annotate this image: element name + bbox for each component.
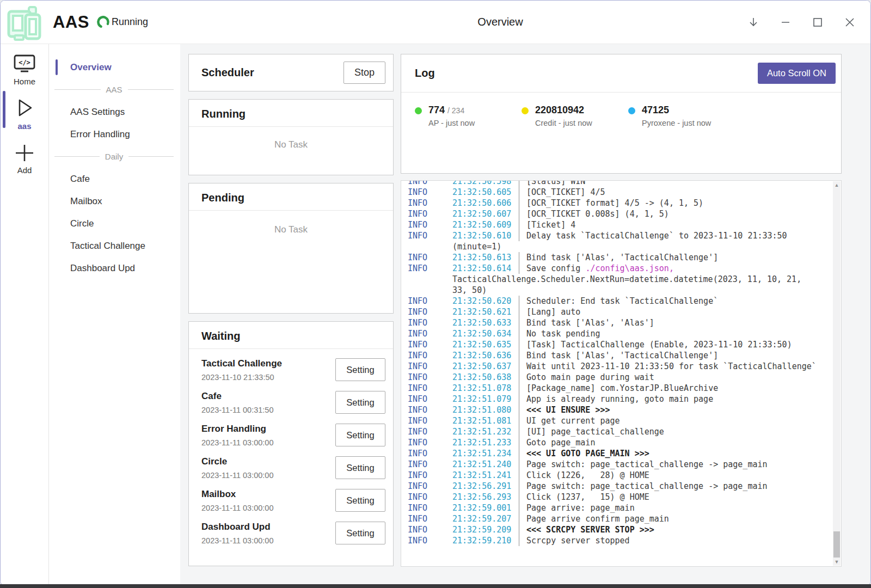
log-message: <<< SCRCPY SERVER STOP >>>: [519, 524, 832, 535]
scroll-down-icon[interactable]: ▼: [833, 558, 841, 566]
log-timestamp: 21:32:51.079: [452, 394, 519, 405]
nav-item-circle[interactable]: Circle: [49, 212, 180, 235]
nav-item-mailbox[interactable]: Mailbox: [49, 190, 180, 212]
nav-item-cafe[interactable]: Cafe: [49, 168, 180, 190]
log-message: Bind task ['Alas', 'TacticalChallenge']: [519, 350, 832, 361]
setting-button-tactical-challenge[interactable]: Setting: [335, 358, 385, 381]
running-title: Running: [201, 108, 246, 120]
log-message: Bind task ['Alas', 'Alas']: [519, 317, 832, 328]
stat-value: 220810942: [535, 105, 592, 116]
nav-item-label: Mailbox: [70, 196, 102, 207]
log-level-empty: [408, 274, 452, 285]
scrollbar-thumb[interactable]: [833, 531, 840, 558]
log-console[interactable]: INFO21:32:50.598[Status] WININFO21:32:50…: [401, 180, 842, 567]
log-message: App is already running, goto main page: [519, 394, 832, 405]
log-level: INFO: [408, 307, 452, 317]
auto-scroll-button[interactable]: Auto Scroll ON: [758, 63, 836, 84]
update-download-icon[interactable]: [747, 16, 760, 29]
nav-item-aas-settings[interactable]: AAS Settings: [49, 101, 180, 123]
log-timestamp: 21:32:51.234: [452, 448, 519, 459]
nav-item-overview[interactable]: Overview: [49, 56, 180, 78]
setting-button-dashboard-upd[interactable]: Setting: [335, 522, 385, 544]
nav-item-label: AAS Settings: [70, 107, 125, 118]
log-line: INFO21:32:59.207Page arrive confirm page…: [408, 513, 832, 524]
stat-dot: [415, 107, 422, 114]
divider-line: [54, 89, 101, 90]
log-line: INFO21:32:50.636Bind task ['Alas', 'Tact…: [408, 350, 832, 361]
icon-rail: </> Home aas Add: [1, 44, 49, 585]
pending-empty-text: No Task: [189, 211, 393, 235]
log-level: INFO: [408, 372, 452, 383]
plus-icon: [14, 144, 35, 162]
log-timestamp: 21:32:50.610: [452, 230, 519, 241]
log-level: INFO: [408, 459, 452, 470]
log-timestamp: 21:32:50.607: [452, 209, 519, 219]
log-timestamp: 21:32:50.635: [452, 339, 519, 350]
log-message: [Lang] auto: [519, 307, 832, 317]
log-card: Log Auto Scroll ON 774/ 234AP - just now…: [401, 54, 842, 174]
log-message: Delay task `TacticalChallenge` to 2023-1…: [519, 230, 832, 241]
log-message: Page arrive: page_main: [519, 503, 832, 513]
rail-label: Add: [17, 166, 32, 175]
nav-item-label: Tactical Challenge: [70, 241, 145, 252]
stat-value: 47125: [642, 105, 711, 116]
log-line: INFO21:32:51.232[UI] page_tactical_chall…: [408, 426, 832, 437]
stat-text: 774/ 234AP - just now: [428, 105, 475, 127]
rail-item-aas[interactable]: aas: [14, 97, 35, 131]
log-timestamp: 21:32:50.613: [452, 252, 519, 263]
log-level: INFO: [408, 415, 452, 426]
waiting-task-mailbox: Mailbox2023-11-11 03:00:00Setting: [201, 484, 385, 517]
log-title: Log: [415, 67, 435, 79]
task-next-run: 2023-11-11 03:00:00: [201, 504, 274, 512]
stat-ap: 774/ 234AP - just now: [415, 105, 522, 127]
rail-active-indicator: [3, 91, 5, 128]
log-timestamp: 21:32:50.614: [452, 263, 519, 274]
log-line: INFO21:32:50.614Save config ./config\aas…: [408, 263, 832, 274]
maximize-icon[interactable]: [811, 16, 824, 29]
setting-button-circle[interactable]: Setting: [335, 456, 385, 479]
log-message: Goto main page during wait: [519, 372, 832, 383]
nav-item-error-handling[interactable]: Error Handling: [49, 123, 180, 145]
nav-item-dashboard-upd[interactable]: Dashboard Upd: [49, 257, 180, 279]
log-message-continuation: (minute=1): [452, 241, 832, 252]
log-timestamp: 21:32:51.081: [452, 415, 519, 426]
pending-title: Pending: [201, 192, 244, 204]
log-line: INFO21:32:50.621[Lang] auto: [408, 307, 832, 317]
divider-line: [128, 156, 174, 157]
log-message: [Status] WIN: [519, 180, 832, 187]
rail-item-home[interactable]: </> Home: [13, 54, 36, 86]
nav-item-label: Overview: [70, 62, 112, 73]
log-message: [UI] page_tactical_challenge: [519, 426, 832, 437]
task-info: Circle2023-11-11 03:00:00: [201, 456, 274, 480]
nav-section-divider-daily: Daily: [49, 145, 180, 168]
log-timestamp: 21:32:50.606: [452, 198, 519, 209]
log-scrollbar[interactable]: ▲ ▼: [833, 181, 841, 566]
log-level: INFO: [408, 361, 452, 372]
task-name: Mailbox: [201, 489, 274, 500]
running-empty-text: No Task: [189, 127, 393, 150]
setting-button-error-handling[interactable]: Setting: [335, 424, 385, 446]
task-name: Tactical Challenge: [201, 358, 282, 369]
setting-button-cafe[interactable]: Setting: [335, 391, 385, 414]
scroll-up-icon[interactable]: ▲: [833, 181, 841, 189]
waiting-task-tactical-challenge: Tactical Challenge2023-11-10 21:33:50Set…: [201, 353, 385, 386]
stop-button[interactable]: Stop: [344, 62, 385, 84]
minimize-icon[interactable]: [779, 16, 792, 29]
stat-dot: [628, 107, 635, 114]
log-message-continuation: TacticalChallenge.Scheduler.NextRun=date…: [452, 274, 832, 285]
log-line: INFO21:32:50.606[OCR_TICKET format] 4/5 …: [408, 198, 832, 209]
rail-item-add[interactable]: Add: [14, 144, 35, 175]
log-message: Save config ./config\aas.json,: [519, 263, 832, 274]
log-timestamp: 21:32:50.621: [452, 307, 519, 317]
divider-line: [54, 156, 100, 157]
log-line: INFO21:32:50.637Wait until 2023-11-10 21…: [408, 361, 832, 372]
close-icon[interactable]: [843, 16, 856, 29]
nav-item-tactical-challenge[interactable]: Tactical Challenge: [49, 235, 180, 257]
log-level: INFO: [408, 252, 452, 263]
setting-button-mailbox[interactable]: Setting: [335, 489, 385, 512]
log-line-continuation: (minute=1): [408, 241, 832, 252]
log-text-segment: Save config: [526, 264, 585, 273]
waiting-task-error-handling: Error Handling2023-11-11 03:00:00Setting: [201, 419, 385, 451]
log-line: INFO21:32:51.241Click (1226, 28) @ HOME: [408, 470, 832, 481]
log-message: [Ticket] 4: [519, 219, 832, 230]
